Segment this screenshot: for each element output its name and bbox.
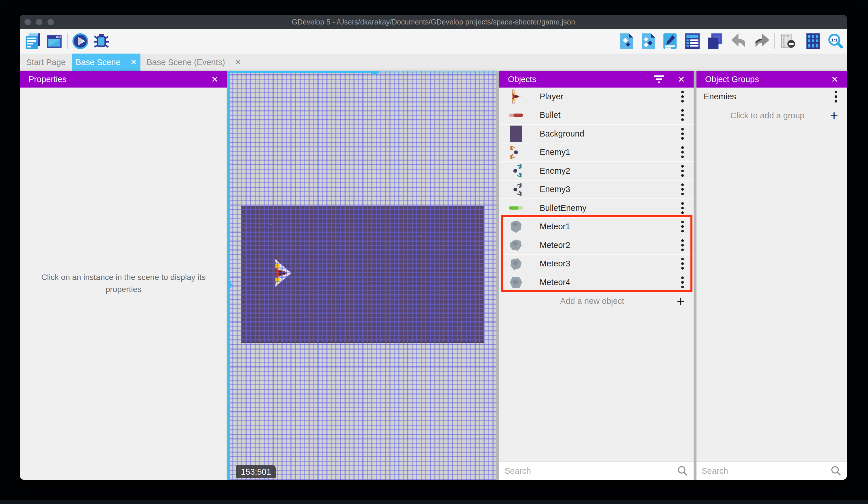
object-label: Meteor2 (540, 241, 677, 250)
open-objects-panel-icon (618, 33, 635, 50)
zoom-one-to-one-button[interactable]: 1:1 (826, 33, 844, 50)
object-row-enemy2[interactable]: Enemy2 (499, 162, 694, 181)
object-row-meteor1[interactable]: Meteor1 (499, 218, 694, 236)
add-new-object-button[interactable]: Add a new object + (499, 292, 694, 311)
selection-handle-left[interactable] (228, 280, 232, 290)
kebab-menu-icon[interactable] (677, 236, 694, 254)
kebab-menu-icon[interactable] (677, 88, 694, 105)
toggle-window-mask-button[interactable] (780, 33, 797, 50)
undo-button[interactable] (731, 33, 747, 50)
redo-button[interactable] (753, 33, 770, 50)
kebab-menu-icon[interactable] (830, 88, 847, 105)
player-ship-icon (507, 88, 525, 105)
close-icon[interactable]: ✕ (131, 58, 137, 67)
object-row-meteor2[interactable]: Meteor2 (499, 236, 694, 255)
bullet-icon (507, 107, 525, 124)
play-preview-button[interactable] (72, 33, 89, 50)
object-label: BulletEnemy (540, 203, 677, 213)
bullet-enemy-icon (507, 199, 525, 216)
open-layers-panel-icon (706, 33, 723, 50)
open-object-groups-panel-icon (640, 33, 657, 50)
selection-border-top-faded (375, 71, 496, 73)
selection-border-top (228, 71, 375, 73)
debug-icon (93, 33, 110, 50)
kebab-menu-icon[interactable] (677, 218, 694, 235)
scene-editor-button[interactable] (46, 33, 63, 50)
enemy3-ship-icon (507, 181, 525, 198)
object-row-player[interactable]: Player (499, 88, 694, 106)
scene-canvas[interactable]: 153;501 (228, 71, 496, 480)
open-objects-panel-button[interactable] (618, 33, 635, 50)
app-window: GDevelop 5 - /Users/dkarakay/Documents/G… (20, 15, 847, 480)
object-label: Meteor4 (540, 278, 677, 287)
groups-search-input[interactable] (702, 466, 830, 476)
player-instance[interactable] (270, 258, 293, 288)
object-label: Bullet (540, 110, 677, 120)
open-object-groups-panel-button[interactable] (640, 33, 657, 50)
toggle-grid-button[interactable] (805, 33, 822, 50)
close-icon: ✕ (678, 74, 685, 84)
object-row-enemy3[interactable]: Enemy3 (499, 181, 694, 199)
undo-icon (731, 33, 747, 50)
traffic-light-close[interactable] (24, 19, 31, 26)
tab-base-scene-events[interactable]: Base Scene (Events) ✕ (141, 53, 248, 71)
toggle-window-mask-icon (780, 33, 797, 50)
object-row-background[interactable]: Background (499, 125, 694, 143)
object-row-bullet[interactable]: Bullet (499, 106, 694, 125)
main-area: Properties ✕ Click on an instance in the… (20, 71, 847, 480)
objects-search-bar (499, 461, 694, 480)
object-row-meteor4[interactable]: Meteor4 (499, 273, 694, 292)
open-instances-list-icon (684, 33, 701, 50)
titlebar: GDevelop 5 - /Users/dkarakay/Documents/G… (20, 15, 847, 29)
object-row-meteor3[interactable]: Meteor3 (499, 255, 694, 274)
toolbar-divider (800, 33, 801, 49)
group-row-enemies[interactable]: Enemies (696, 88, 847, 106)
kebab-menu-icon[interactable] (677, 162, 694, 180)
selection-handle-top[interactable] (370, 71, 379, 75)
plus-icon: + (668, 293, 694, 309)
open-layers-panel-button[interactable] (706, 33, 723, 50)
search-icon (830, 465, 842, 477)
search-icon (677, 465, 689, 477)
object-groups-panel-header: Object Groups ✕ (696, 71, 847, 88)
close-object-groups-panel-button[interactable]: ✕ (829, 74, 840, 84)
object-row-bulletenemy[interactable]: BulletEnemy (499, 199, 694, 218)
objects-search-input[interactable] (505, 466, 677, 476)
close-properties-panel-button[interactable]: ✕ (209, 74, 220, 84)
object-row-enemy1[interactable]: Enemy1 (499, 143, 694, 162)
open-instances-list-button[interactable] (684, 33, 701, 50)
kebab-menu-icon[interactable] (677, 106, 694, 124)
traffic-lights (20, 15, 54, 29)
kebab-menu-icon[interactable] (677, 199, 694, 217)
tab-base-scene[interactable]: Base Scene ✕ (72, 53, 141, 71)
close-objects-panel-button[interactable]: ✕ (676, 74, 687, 84)
meteor-icon (507, 218, 525, 235)
kebab-menu-icon[interactable] (677, 255, 694, 272)
object-label: Player (540, 92, 677, 101)
open-properties-panel-button[interactable] (662, 33, 678, 50)
debug-button[interactable] (93, 33, 110, 50)
filter-objects-button[interactable] (651, 74, 666, 84)
toolbar: 1:1 (20, 29, 847, 53)
project-manager-button[interactable] (24, 33, 41, 50)
plus-icon: + (821, 108, 847, 123)
window-title: GDevelop 5 - /Users/dkarakay/Documents/G… (292, 18, 575, 26)
kebab-menu-icon[interactable] (677, 143, 694, 161)
close-icon[interactable]: ✕ (235, 58, 241, 67)
tabbar: Start Page Base Scene ✕ Base Scene (Even… (20, 53, 847, 71)
add-group-button[interactable]: Click to add a group + (696, 106, 847, 125)
kebab-menu-icon[interactable] (677, 274, 694, 291)
open-properties-panel-icon (662, 33, 678, 50)
group-label: Enemies (704, 92, 830, 101)
project-manager-icon (24, 33, 41, 50)
kebab-menu-icon[interactable] (677, 125, 694, 143)
star-specks (270, 223, 272, 225)
tab-label: Start Page (26, 58, 66, 67)
tab-label: Base Scene (75, 58, 120, 67)
traffic-light-minimize[interactable] (36, 19, 42, 26)
traffic-light-zoom[interactable] (48, 19, 54, 26)
kebab-menu-icon[interactable] (677, 181, 694, 198)
tab-label: Base Scene (Events) (146, 58, 225, 67)
close-icon: ✕ (831, 74, 838, 84)
tab-start-page[interactable]: Start Page (20, 53, 72, 71)
